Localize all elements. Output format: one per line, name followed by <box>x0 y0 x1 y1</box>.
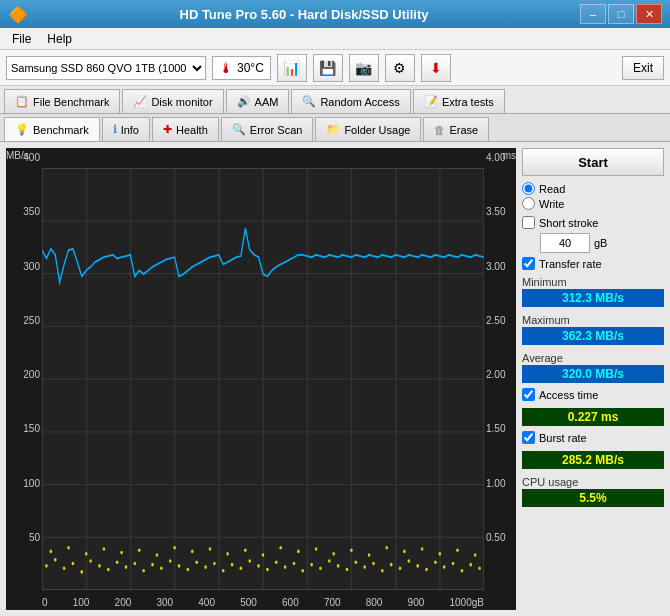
toolbar-btn-1[interactable]: 📊 <box>277 54 307 82</box>
toolbar: Samsung SSD 860 QVO 1TB (1000 gB) 🌡 30°C… <box>0 50 670 86</box>
tab-random-access[interactable]: 🔍 Random Access <box>291 89 410 113</box>
svg-point-48 <box>301 569 304 573</box>
stroke-unit: gB <box>594 237 607 249</box>
tab-error-scan[interactable]: 🔍 Error Scan <box>221 117 314 141</box>
svg-point-27 <box>116 560 119 564</box>
read-radio[interactable] <box>522 182 535 195</box>
svg-point-64 <box>443 565 446 569</box>
folder-usage-icon: 📁 <box>326 123 340 136</box>
transfer-rate-checkbox[interactable] <box>522 257 535 270</box>
svg-point-38 <box>213 562 216 566</box>
svg-point-63 <box>434 560 437 564</box>
burst-rate-checkbox-label[interactable]: Burst rate <box>522 431 664 444</box>
svg-point-73 <box>120 551 123 555</box>
tab-folder-usage[interactable]: 📁 Folder Usage <box>315 117 421 141</box>
y-axis-labels-left: 400 350 300 250 200 150 100 50 <box>6 148 42 590</box>
svg-point-61 <box>416 564 419 568</box>
close-button[interactable]: ✕ <box>636 4 662 24</box>
svg-point-87 <box>368 553 371 557</box>
thermometer-icon: 🌡 <box>219 60 233 76</box>
maximize-button[interactable]: □ <box>608 4 634 24</box>
svg-point-44 <box>266 568 269 572</box>
x-axis-labels: 0 100 200 300 400 500 600 700 800 900 10… <box>42 595 484 610</box>
short-stroke-checkbox[interactable] <box>522 216 535 229</box>
svg-point-24 <box>89 559 92 563</box>
svg-point-41 <box>240 566 243 570</box>
svg-point-37 <box>204 565 207 569</box>
tab-bar-2: 💡 Benchmark ℹ Info ✚ Health 🔍 Error Scan… <box>0 114 670 142</box>
write-radio-label[interactable]: Write <box>522 197 664 210</box>
svg-point-60 <box>408 559 411 563</box>
window-title: HD Tune Pro 5.60 - Hard Disk/SSD Utility <box>28 7 580 22</box>
svg-point-76 <box>173 546 176 550</box>
extra-tests-icon: 📝 <box>424 95 438 108</box>
toolbar-btn-4[interactable]: ⚙ <box>385 54 415 82</box>
svg-point-59 <box>399 566 402 570</box>
tab-erase[interactable]: 🗑 Erase <box>423 117 489 141</box>
svg-point-90 <box>421 547 424 551</box>
svg-point-81 <box>262 553 265 557</box>
svg-point-82 <box>279 546 282 550</box>
tab-aam[interactable]: 🔊 AAM <box>226 89 290 113</box>
svg-point-92 <box>456 548 459 552</box>
write-radio[interactable] <box>522 197 535 210</box>
svg-point-53 <box>346 568 349 572</box>
svg-point-23 <box>80 570 83 574</box>
svg-point-93 <box>474 553 477 557</box>
minimum-value: 312.3 MB/s <box>522 289 664 307</box>
tab-extra-tests[interactable]: 📝 Extra tests <box>413 89 505 113</box>
svg-point-52 <box>337 564 340 568</box>
menu-help[interactable]: Help <box>39 30 80 48</box>
svg-point-85 <box>332 552 335 556</box>
read-radio-label[interactable]: Read <box>522 182 664 195</box>
transfer-rate-checkbox-label[interactable]: Transfer rate <box>522 257 664 270</box>
toolbar-btn-3[interactable]: 📷 <box>349 54 379 82</box>
svg-point-49 <box>310 563 313 567</box>
menu-bar: File Help <box>0 28 670 50</box>
toolbar-btn-2[interactable]: 💾 <box>313 54 343 82</box>
svg-point-36 <box>195 560 198 564</box>
svg-point-86 <box>350 548 353 552</box>
drive-select[interactable]: Samsung SSD 860 QVO 1TB (1000 gB) <box>6 56 206 80</box>
maximum-stat: Maximum 362.3 MB/s <box>522 314 664 346</box>
svg-point-26 <box>107 568 110 572</box>
tab-health[interactable]: ✚ Health <box>152 117 219 141</box>
toolbar-btn-5[interactable]: ⬇ <box>421 54 451 82</box>
main-content: MB/s ms 400 350 300 250 200 150 100 50 4… <box>0 142 670 616</box>
svg-point-39 <box>222 569 225 573</box>
svg-point-56 <box>372 562 375 566</box>
average-label: Average <box>522 352 664 364</box>
write-label: Write <box>539 198 564 210</box>
transfer-rate-label: Transfer rate <box>539 258 602 270</box>
y-axis-labels-right: 4.00 3.50 3.00 2.50 2.00 1.50 1.00 0.50 <box>484 148 516 590</box>
minimize-button[interactable]: – <box>580 4 606 24</box>
chart-area: MB/s ms 400 350 300 250 200 150 100 50 4… <box>6 148 516 610</box>
temp-display: 🌡 30°C <box>212 56 271 80</box>
cpu-stat: CPU usage 5.5% <box>522 476 664 508</box>
burst-rate-checkbox[interactable] <box>522 431 535 444</box>
svg-point-45 <box>275 560 278 564</box>
access-time-checkbox-label[interactable]: Access time <box>522 388 664 401</box>
exit-button[interactable]: Exit <box>622 56 664 80</box>
stroke-value-input[interactable] <box>540 233 590 253</box>
error-scan-icon: 🔍 <box>232 123 246 136</box>
burst-rate-stat: 285.2 MB/s <box>522 450 664 470</box>
svg-point-80 <box>244 548 247 552</box>
app-icon: 🔶 <box>8 5 28 24</box>
short-stroke-checkbox-label[interactable]: Short stroke <box>522 216 664 229</box>
disk-monitor-icon: 📈 <box>133 95 147 108</box>
svg-point-62 <box>425 568 428 572</box>
stroke-input-row: gB <box>522 233 664 253</box>
tab-benchmark[interactable]: 💡 Benchmark <box>4 117 100 141</box>
svg-point-65 <box>452 562 455 566</box>
tab-file-benchmark[interactable]: 📋 File Benchmark <box>4 89 120 113</box>
tab-disk-monitor[interactable]: 📈 Disk monitor <box>122 89 223 113</box>
burst-rate-value: 285.2 MB/s <box>522 451 664 469</box>
svg-point-77 <box>191 550 194 554</box>
menu-file[interactable]: File <box>4 30 39 48</box>
svg-point-28 <box>125 565 128 569</box>
tab-info[interactable]: ℹ Info <box>102 117 150 141</box>
svg-point-35 <box>187 568 190 572</box>
start-button[interactable]: Start <box>522 148 664 176</box>
access-time-checkbox[interactable] <box>522 388 535 401</box>
